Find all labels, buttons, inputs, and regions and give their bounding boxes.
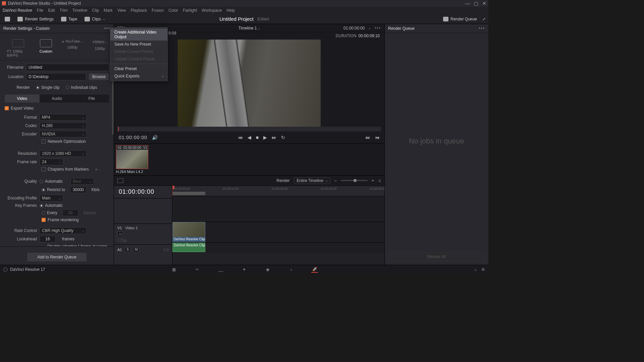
menu-playback[interactable]: Playback: [130, 8, 147, 13]
menu-view[interactable]: View: [117, 8, 126, 13]
rate-control-select[interactable]: CBR High Quality: [40, 227, 87, 234]
chapters-checkbox[interactable]: [42, 167, 46, 171]
audio-track[interactable]: DaVinci Resolve Clips...: [172, 243, 384, 253]
page-color[interactable]: ◉: [264, 266, 271, 273]
timeline-ruler[interactable]: 01:00:00:00 01:00:14:00 01:00:28:00 01:0…: [172, 186, 384, 196]
menu-fusion[interactable]: Fusion: [152, 8, 164, 13]
framerate-select[interactable]: 24: [40, 159, 63, 165]
tab-audio[interactable]: Audio: [40, 95, 74, 103]
page-fairlight[interactable]: ♪: [288, 266, 294, 273]
scrubber[interactable]: [117, 127, 381, 131]
loop-button[interactable]: ↻: [281, 135, 285, 140]
minimize-button[interactable]: —: [465, 1, 470, 6]
video-track-header[interactable]: V1Video 1 ▭ 1 Clip: [114, 224, 172, 244]
menu-davinci[interactable]: DaVinci Resolve: [3, 8, 32, 13]
timeline-tc[interactable]: 01:00:00:00: [114, 186, 172, 198]
quality-auto-radio[interactable]: Automatic: [40, 179, 63, 184]
home-icon[interactable]: ⌂: [474, 267, 477, 272]
timeline-view-icon[interactable]: [117, 178, 123, 183]
page-media[interactable]: ▦: [170, 266, 177, 273]
network-opt-checkbox[interactable]: [42, 139, 46, 143]
kf-auto-radio[interactable]: Automatic: [40, 203, 63, 208]
tape-toggle[interactable]: Tape: [59, 16, 79, 22]
menu-workspace[interactable]: Workspace: [202, 8, 222, 13]
page-cut[interactable]: ✂: [194, 266, 201, 273]
menu-clip[interactable]: Clip: [92, 8, 99, 13]
zoom-in-button[interactable]: +: [372, 178, 374, 183]
zoom-slider[interactable]: [341, 180, 368, 181]
render-range-select[interactable]: Entire Timeline⌵: [294, 177, 330, 184]
menu-color[interactable]: Color: [168, 8, 178, 13]
video-track[interactable]: DaVinci Resolve Clips...: [172, 222, 384, 243]
ctx-quick-exports[interactable]: Quick Exports›: [110, 72, 167, 80]
video-viewer[interactable]: [178, 40, 321, 127]
volume-icon[interactable]: 🔊: [152, 135, 158, 140]
ctx-save-preset[interactable]: Save As New Preset: [110, 41, 167, 48]
range-bar[interactable]: [172, 192, 205, 195]
export-video-checkbox[interactable]: [5, 106, 9, 110]
preset-yt60[interactable]: YT 1080p 60FPS: [7, 39, 30, 57]
render-queue-toggle[interactable]: Render Queue: [441, 16, 479, 22]
menu-edit[interactable]: Edit: [48, 8, 55, 13]
menu-help[interactable]: Help: [226, 8, 235, 13]
add-to-queue-button[interactable]: Add to Render Queue: [27, 253, 87, 261]
viewer-tc[interactable]: 01:00:00:00: [343, 26, 365, 31]
location-input[interactable]: [26, 73, 86, 80]
video-clip[interactable]: DaVinci Resolve Clips...: [172, 222, 205, 242]
music-icon[interactable]: ♫: [378, 178, 381, 183]
bitrate-input[interactable]: [70, 186, 86, 193]
prev-clip-button[interactable]: ⏮: [238, 135, 243, 140]
render-all-button[interactable]: Render All: [388, 252, 485, 261]
menu-file[interactable]: File: [37, 8, 43, 13]
clips-toggle[interactable]: Clips⌵: [83, 16, 107, 22]
codec-select[interactable]: H.265: [40, 122, 87, 129]
preset-youtube[interactable]: YouTube⌵1080p: [62, 39, 83, 57]
solo-button[interactable]: S: [124, 247, 130, 252]
resolution-select[interactable]: 644 x 362 HD: [40, 150, 87, 157]
encoding-profile-select[interactable]: Main: [40, 195, 63, 201]
goto-out-button[interactable]: ⏮: [375, 135, 380, 140]
ctx-create-output[interactable]: Create Additional Video Output: [110, 28, 167, 41]
queue-menu-button[interactable]: •••: [479, 26, 485, 31]
timeline-name[interactable]: Timeline 1 ⌵: [238, 26, 260, 31]
ctx-clear-preset[interactable]: Clear Preset: [110, 65, 167, 72]
maximize-button[interactable]: ▢: [474, 1, 478, 6]
frame-reorder-checkbox[interactable]: [42, 218, 46, 222]
audio-clip[interactable]: DaVinci Resolve Clips...: [172, 243, 205, 252]
preset-vimeo[interactable]: vimeo⌵1080p: [93, 39, 107, 57]
filename-input[interactable]: [26, 64, 109, 71]
play-button[interactable]: ▶: [263, 135, 267, 140]
kf-every-radio[interactable]: Every: [42, 210, 57, 215]
zoom-out-button[interactable]: −: [334, 178, 337, 183]
expand-icon[interactable]: ⤢: [482, 17, 486, 21]
panel-menu-button[interactable]: •••: [104, 26, 110, 31]
menu-mark[interactable]: Mark: [104, 8, 113, 13]
format-select[interactable]: MP4: [40, 114, 87, 121]
tab-video[interactable]: Video: [5, 95, 40, 103]
menu-timeline[interactable]: Timeline: [72, 8, 87, 13]
menu-trim[interactable]: Trim: [60, 8, 68, 13]
render-settings-toggle[interactable]: Render Settings: [15, 16, 56, 22]
single-clip-radio[interactable]: Single clip: [36, 85, 60, 90]
browse-button[interactable]: Browse: [89, 73, 109, 80]
page-fusion[interactable]: ✦: [241, 266, 248, 273]
playhead[interactable]: [172, 186, 173, 196]
clip-thumbnail[interactable]: 0101:00:00:00V1: [116, 145, 148, 169]
page-edit[interactable]: ⎯⎯: [217, 266, 224, 273]
lookahead-input[interactable]: [40, 236, 56, 242]
menu-fairlight[interactable]: Fairlight: [183, 8, 197, 13]
individual-clips-radio[interactable]: Individual clips: [66, 85, 97, 90]
page-deliver[interactable]: 🚀: [311, 266, 318, 273]
stop-button[interactable]: ■: [256, 135, 259, 140]
close-button[interactable]: ✕: [482, 1, 486, 6]
goto-end-button[interactable]: ⏭: [366, 135, 370, 140]
viewer-menu-button[interactable]: •••: [375, 26, 381, 31]
quality-restrict-radio[interactable]: Restrict to: [42, 187, 65, 192]
workspace-icon[interactable]: [3, 16, 12, 22]
preset-custom[interactable]: Custom: [40, 39, 52, 57]
step-back-button[interactable]: ◀: [248, 135, 251, 140]
tab-file[interactable]: File: [74, 95, 109, 103]
settings-icon[interactable]: ⚙: [481, 267, 485, 272]
transport-tc[interactable]: 01:00:00:00: [119, 135, 147, 140]
mute-button[interactable]: M: [133, 247, 139, 252]
